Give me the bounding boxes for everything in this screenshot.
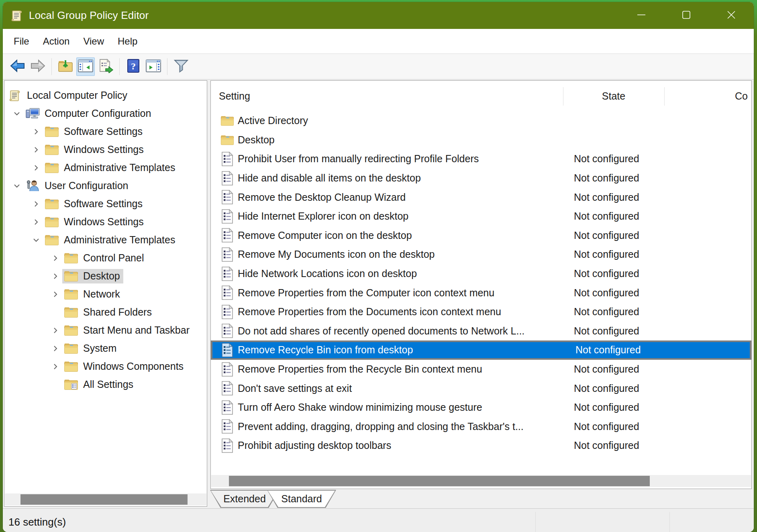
list-horizontal-scrollbar[interactable] (211, 475, 751, 487)
state-value: Not configured (575, 344, 641, 356)
toolbar-button-back-arrow-icon[interactable] (8, 57, 27, 76)
tree-item-label: Windows Settings (64, 143, 147, 157)
scroll-icon (8, 89, 22, 102)
chevron-down-icon[interactable] (29, 233, 43, 247)
list-row-active-directory[interactable]: Active Directory (211, 111, 751, 130)
list-row-hide-internet-explorer-icon-on-desktop[interactable]: Hide Internet Explorer icon on desktopNo… (211, 207, 751, 226)
toolbar-button-up-one-level-icon[interactable] (56, 57, 75, 76)
column-separator[interactable] (664, 87, 665, 106)
setting-name: Don't save settings at exit (238, 383, 352, 394)
tree-item-software-settings[interactable]: Software Settings (4, 195, 207, 213)
tree-node-content: Administrative Templates (43, 233, 178, 247)
state-value: Not configured (574, 363, 639, 375)
list-row-remove-computer-icon-on-the-desktop[interactable]: Remove Computer icon on the desktopNot c… (211, 226, 751, 245)
tree-item-user-configuration[interactable]: User Configuration (4, 177, 207, 195)
tree-item-control-panel[interactable]: Control Panel (4, 249, 207, 267)
menu-item-view[interactable]: View (76, 32, 111, 51)
tree-item-all-settings[interactable]: All Settings (4, 375, 207, 393)
tree-item-system[interactable]: System (4, 339, 207, 357)
menu-item-file[interactable]: File (7, 32, 36, 51)
tree-item-label: Administrative Templates (64, 161, 178, 175)
chevron-right-icon[interactable] (49, 269, 62, 283)
tree-item-computer-configuration[interactable]: Computer Configuration (4, 104, 207, 122)
expander-spacer (49, 306, 62, 319)
tree-horizontal-scrollbar[interactable] (5, 493, 206, 506)
tree-item-label: Software Settings (64, 124, 146, 139)
chevron-right-icon[interactable] (49, 360, 62, 373)
setting-name: Prohibit User from manually redirecting … (238, 153, 479, 165)
tree-item-software-settings[interactable]: Software Settings (4, 122, 207, 141)
tree-item-label: User Configuration (45, 179, 131, 193)
tree-node-content: Windows Settings (43, 143, 147, 157)
chevron-right-icon[interactable] (29, 161, 43, 175)
list-row-prevent-adding-dragging-dropping-and-clo[interactable]: Prevent adding, dragging, dropping and c… (211, 417, 751, 436)
content-area: Local Computer Policy Computer Configura… (3, 79, 754, 532)
folder-icon (45, 197, 59, 211)
chevron-right-icon[interactable] (49, 251, 62, 265)
chevron-right-icon[interactable] (29, 215, 43, 229)
toolbar-button-forward-arrow-icon[interactable] (29, 57, 47, 76)
tree-item-start-menu-and-taskbar[interactable]: Start Menu and Taskbar (4, 321, 207, 339)
tab-standard[interactable]: Standard (267, 490, 336, 508)
list-row-desktop[interactable]: Desktop (211, 130, 751, 150)
tree-item-label: All Settings (83, 377, 137, 392)
minimize-button[interactable] (619, 2, 664, 29)
policy-icon (220, 381, 234, 396)
tree-item-administrative-templates[interactable]: Administrative Templates (4, 231, 207, 249)
list-row-prohibit-adjusting-desktop-toolbars[interactable]: Prohibit adjusting desktop toolbarsNot c… (211, 436, 751, 455)
column-header-setting[interactable]: Setting (219, 81, 250, 111)
tree-scrollbar-thumb[interactable] (20, 494, 188, 505)
list-row-don-t-save-settings-at-exit[interactable]: Don't save settings at exitNot configure… (211, 379, 751, 398)
toolbar: ? (3, 54, 754, 79)
list-row-hide-network-locations-icon-on-desktop[interactable]: Hide Network Locations icon on desktopNo… (211, 264, 751, 283)
column-header-state[interactable]: State (563, 81, 664, 111)
toolbar-button-filter-icon[interactable] (172, 57, 190, 76)
chevron-right-icon[interactable] (49, 324, 62, 337)
tree-node-content: Desktop (62, 269, 123, 283)
menu-item-action[interactable]: Action (36, 32, 77, 51)
close-button[interactable] (709, 2, 754, 29)
list-row-remove-my-documents-icon-on-the-desktop[interactable]: Remove My Documents icon on the desktopN… (211, 245, 751, 264)
list-row-remove-properties-from-the-documents-ico[interactable]: Remove Properties from the Documents ico… (211, 302, 751, 322)
list-scrollbar-thumb[interactable] (229, 476, 650, 486)
list-row-prohibit-user-from-manually-redirecting-[interactable]: Prohibit User from manually redirecting … (211, 149, 751, 169)
tree-node-content: Shared Folders (62, 305, 155, 320)
setting-name: Remove Recycle Bin icon from desktop (238, 344, 413, 356)
tree-item-windows-settings[interactable]: Windows Settings (4, 141, 207, 159)
tree-item-local-computer-policy[interactable]: Local Computer Policy (4, 86, 207, 104)
chevron-down-icon[interactable] (10, 179, 24, 193)
tree-item-windows-components[interactable]: Windows Components (4, 357, 207, 375)
policy-icon (220, 228, 234, 243)
list-row-remove-the-desktop-cleanup-wizard[interactable]: Remove the Desktop Cleanup WizardNot con… (211, 188, 751, 207)
toolbar-button-help-icon[interactable]: ? (124, 57, 143, 76)
list-row-hide-and-disable-all-items-on-the-deskto[interactable]: Hide and disable all items on the deskto… (211, 169, 751, 188)
chevron-right-icon[interactable] (29, 197, 43, 211)
list-row-remove-recycle-bin-icon-from-desktop[interactable]: Remove Recycle Bin icon from desktopNot … (211, 340, 751, 360)
setting-name: Remove Computer icon on the desktop (238, 230, 412, 241)
tree-item-administrative-templates[interactable]: Administrative Templates (4, 159, 207, 177)
setting-name: Remove Properties from the Recycle Bin c… (238, 363, 482, 375)
tree-item-desktop[interactable]: Desktop (4, 267, 207, 285)
tree-item-network[interactable]: Network (4, 285, 207, 303)
list-row-remove-properties-from-the-computer-icon[interactable]: Remove Properties from the Computer icon… (211, 283, 751, 302)
list-row-turn-off-aero-shake-window-minimizing-mo[interactable]: Turn off Aero Shake window minimizing mo… (211, 398, 751, 417)
maximize-button[interactable] (664, 2, 709, 29)
toolbar-button-show-console-tree-icon[interactable] (76, 57, 95, 76)
column-header-comment[interactable]: Co (735, 81, 748, 111)
list-row-do-not-add-shares-of-recently-opened-doc[interactable]: Do not add shares of recently opened doc… (211, 322, 751, 341)
tree-item-windows-settings[interactable]: Windows Settings (4, 213, 207, 231)
chevron-right-icon[interactable] (29, 125, 43, 139)
toolbar-button-export-list-icon[interactable] (96, 57, 115, 76)
chevron-right-icon[interactable] (29, 143, 43, 157)
list-row-remove-properties-from-the-recycle-bin-c[interactable]: Remove Properties from the Recycle Bin c… (211, 360, 751, 379)
state-value: Not configured (574, 325, 639, 337)
chevron-right-icon[interactable] (49, 287, 62, 301)
menu-item-help[interactable]: Help (111, 32, 144, 51)
state-value: Not configured (574, 249, 639, 260)
toolbar-button-show-action-pane-icon[interactable] (144, 57, 163, 76)
chevron-right-icon[interactable] (49, 342, 62, 355)
tree-item-shared-folders[interactable]: Shared Folders (4, 303, 207, 321)
tree-node-content: Network (62, 287, 123, 302)
setting-name: Hide Network Locations icon on desktop (238, 268, 417, 279)
chevron-down-icon[interactable] (10, 107, 24, 120)
